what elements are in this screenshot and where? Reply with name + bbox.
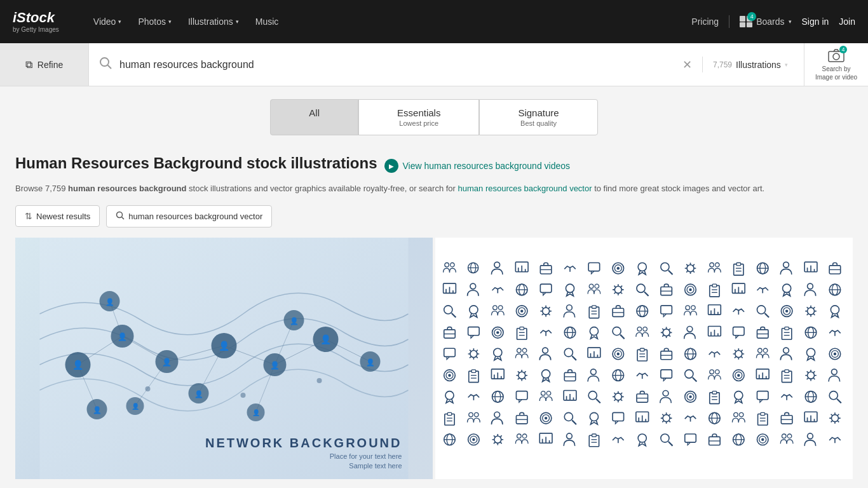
search-icon xyxy=(99,57,112,72)
search-clear-icon[interactable]: ✕ xyxy=(682,58,692,72)
pricing-link[interactable]: Pricing xyxy=(691,17,719,27)
chip-newest-label: Newest results xyxy=(36,212,90,221)
boards-label: Boards xyxy=(756,17,784,27)
nav-links: Video ▾ Photos ▾ Illustrations ▾ Music xyxy=(87,11,677,32)
top-navigation: iStock by Getty Images Video ▾ Photos ▾ … xyxy=(0,0,868,43)
search-small-icon xyxy=(116,211,125,220)
chevron-down-icon: ▾ xyxy=(118,18,121,25)
tab-essentials[interactable]: Essentials Lowest price xyxy=(358,99,479,135)
search-bar-section: ⧉ Refine ✕ 7,759 Illustrations ▾ 4 Searc… xyxy=(0,43,868,86)
tab-all-label: All xyxy=(309,107,320,118)
tab-all[interactable]: All xyxy=(270,99,358,135)
tab-signature[interactable]: Signature Best quality xyxy=(479,99,597,135)
main-content: Human Resources Background stock illustr… xyxy=(0,142,868,479)
search-input-wrap: ✕ xyxy=(89,57,703,72)
boards-button[interactable]: 4 Boards ▾ xyxy=(740,16,791,27)
image-card-2[interactable] xyxy=(435,238,853,479)
chevron-down-icon: ▾ xyxy=(236,18,239,25)
chip-vector-label: human resources background vector xyxy=(128,212,262,221)
refine-label: Refine xyxy=(37,60,63,70)
sort-icon: ⇅ xyxy=(25,211,32,221)
search-svg xyxy=(99,57,112,69)
results-count: 7,759 xyxy=(713,60,732,69)
nav-photos[interactable]: Photos ▾ xyxy=(132,11,178,32)
svg-point-7 xyxy=(833,53,839,60)
desc-middle: stock illustrations and vector graphics … xyxy=(187,184,458,193)
title-area: Human Resources Background stock illustr… xyxy=(15,154,853,177)
play-icon: ▶ xyxy=(384,159,398,173)
join-button[interactable]: Join xyxy=(839,17,855,27)
desc-bold: human resources background xyxy=(68,184,186,193)
chip-newest-results[interactable]: ⇅ Newest results xyxy=(15,205,100,227)
desc-suffix: to find more great stock images and vect… xyxy=(592,184,765,193)
svg-rect-3 xyxy=(747,22,752,27)
tab-signature-sub: Best quality xyxy=(518,119,559,127)
filter-type-label: Illustrations xyxy=(736,60,781,70)
filter-type-selector[interactable]: 7,759 Illustrations ▾ xyxy=(703,43,804,86)
nav-right: Pricing 4 Boards ▾ Sign in Join xyxy=(691,15,855,28)
logo-getty: by Getty Images xyxy=(13,26,59,33)
svg-line-9 xyxy=(122,217,125,219)
video-link-label: View human resources background videos xyxy=(402,161,570,171)
nav-illustrations[interactable]: Illustrations ▾ xyxy=(182,11,245,32)
svg-point-8 xyxy=(117,212,123,217)
camera-badge: 4 xyxy=(839,46,847,53)
boards-badge: 4 xyxy=(747,12,756,21)
desc-prefix: Browse 7,759 xyxy=(15,184,68,193)
tab-essentials-sub: Lowest price xyxy=(397,119,440,127)
svg-rect-0 xyxy=(740,16,745,22)
svg-rect-2 xyxy=(740,22,745,27)
logo-istock: iStock xyxy=(13,11,59,25)
refine-button[interactable]: ⧉ Refine xyxy=(0,43,89,86)
nav-video[interactable]: Video ▾ xyxy=(87,11,128,32)
sliders-icon: ⧉ xyxy=(25,59,32,71)
chevron-down-icon: ▾ xyxy=(168,18,172,25)
nav-music[interactable]: Music xyxy=(249,11,285,32)
search-by-image-label: Search by Image or video xyxy=(815,65,858,81)
filter-chevron-icon: ▾ xyxy=(785,62,788,68)
sign-in-button[interactable]: Sign in xyxy=(802,17,829,27)
filter-chips: ⇅ Newest results human resources backgro… xyxy=(15,205,853,227)
svg-point-4 xyxy=(100,58,109,66)
boards-icon-wrap: 4 xyxy=(740,16,752,27)
video-link[interactable]: ▶ View human resources background videos xyxy=(384,159,570,173)
description-text: Browse 7,759 human resources background … xyxy=(15,182,853,195)
search-chip-icon xyxy=(116,211,125,222)
camera-icon-wrap: 4 xyxy=(828,48,844,62)
boards-chevron-icon: ▾ xyxy=(789,18,792,25)
nav-divider xyxy=(729,15,729,28)
page-title: Human Resources Background stock illustr… xyxy=(15,154,377,172)
chip-vector-search[interactable]: human resources background vector xyxy=(106,205,272,227)
search-input[interactable] xyxy=(119,59,675,71)
image-card-1[interactable]: 👤 👤 👤 👤 xyxy=(15,238,433,479)
desc-link[interactable]: human resources background vector xyxy=(458,184,592,193)
image-grid: 👤 👤 👤 👤 xyxy=(15,238,853,479)
logo[interactable]: iStock by Getty Images xyxy=(13,11,59,33)
filter-tabs: All Essentials Lowest price Signature Be… xyxy=(0,86,868,142)
tab-essentials-label: Essentials xyxy=(397,107,440,118)
svg-line-5 xyxy=(108,65,112,69)
search-by-image-button[interactable]: 4 Search by Image or video xyxy=(804,43,868,86)
tab-signature-label: Signature xyxy=(518,107,559,118)
